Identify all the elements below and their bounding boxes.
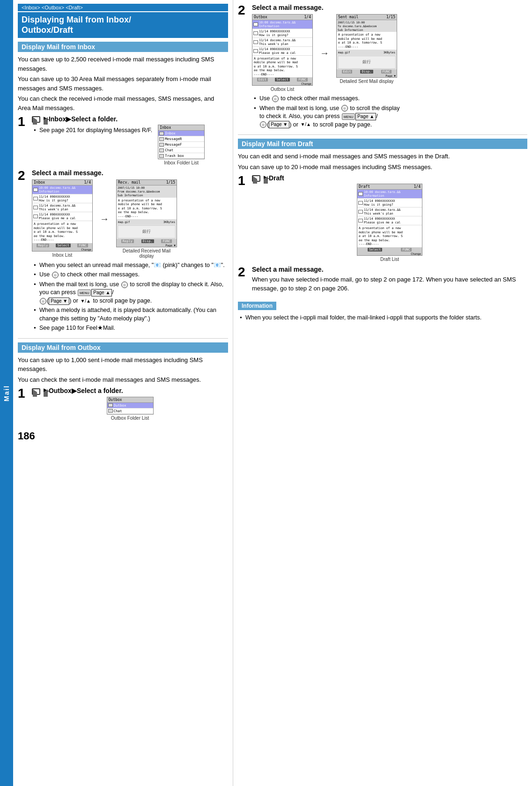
- divider1: [18, 338, 228, 339]
- inbox-list-header: Inbox1/4: [32, 180, 92, 185]
- step1-number: 1: [18, 115, 29, 128]
- select-btn3[interactable]: Select: [368, 248, 382, 252]
- inbox-detail-wrapper: Recv. mail1/15 2007/11/15 10:00 From doc…: [116, 179, 177, 258]
- outbox-step2-title: Select a mail message.: [252, 4, 527, 11]
- select-btn[interactable]: Select: [56, 244, 70, 247]
- inbox-folder-header: Inbox: [158, 125, 204, 131]
- outbox-step2: 2 Select a mail message. Outbox1/4 10:00…: [238, 4, 527, 131]
- page-number-area: 186: [18, 430, 228, 442]
- step2-content: Select a mail message. Inbox1/4 10:00 do…: [32, 169, 228, 334]
- inbox-folder-caption: Inbox Folder List: [164, 160, 199, 165]
- inbox-section-header: Display Mail from Inbox: [18, 42, 228, 52]
- circle-icon2: ○: [260, 121, 266, 128]
- outbox-body-text: You can save up to 1,000 sent i-mode mai…: [18, 356, 228, 385]
- select-btn2[interactable]: Select: [275, 78, 289, 82]
- sent-detail-caption: Detailed Sent Mail display: [340, 79, 393, 84]
- sent-detail-body: A presentation of a newmobile phone will…: [337, 32, 397, 50]
- circle-icon: ○: [40, 298, 46, 304]
- outbox-list-row1: 10:00 docomo.taro.ΔΔInformation: [252, 20, 312, 29]
- msg-icon: [33, 215, 38, 218]
- step2-number: 2: [18, 169, 29, 182]
- msg-icon: [358, 192, 363, 196]
- outbox-row-outbox: Outbox: [107, 403, 153, 408]
- outbox-step1-number: 1: [18, 387, 29, 400]
- func-btn[interactable]: FUNC: [77, 244, 88, 247]
- sent-detail-attachment: map.gif3KBytes: [337, 50, 397, 55]
- edit-btn2[interactable]: Edit: [342, 70, 353, 74]
- page-up-label: Page ▲: [91, 289, 112, 297]
- outbox-section-header: Display Mail from Outbox: [18, 342, 228, 353]
- sent-detail-footer: Edit Disp. FUNC: [337, 69, 397, 74]
- nav-icon: ○: [52, 272, 59, 278]
- outbox-list-row4: 11/14 090XXXXXXXXPlease give me a cal: [252, 47, 312, 56]
- step1-title: ▶Inbox▶Select a folder.: [32, 115, 228, 123]
- msg-icon: [358, 210, 363, 214]
- disp-btn2[interactable]: Disp.: [360, 70, 373, 74]
- mail-icon2: [32, 388, 40, 395]
- step1-content-row: See page 201 for displaying Messages R/F…: [32, 125, 228, 165]
- disp-btn[interactable]: Disp.: [141, 239, 154, 243]
- right-column: 2 Select a mail message. Outbox1/4 10:00…: [233, 0, 532, 786]
- draft-body-text: You can edit and send i-mode mail messag…: [238, 152, 527, 171]
- draft-step1-content: ▶Draft Draft1/4 10:00 docomo.taro.ΔΔInfo…: [252, 174, 527, 261]
- outbox-arrow: →: [320, 48, 329, 59]
- divider2: [238, 134, 527, 135]
- sent-detail-image: 銀行: [338, 56, 396, 69]
- inbox-list-row3: 11/14 docomo.taro.ΔΔThis week's plan: [32, 203, 92, 212]
- outbox-step2-bullets: Use ○ to check other mail messages. When…: [254, 95, 527, 129]
- arrow-to-detail: →: [100, 214, 109, 224]
- outbox-row-chat: Chat: [107, 408, 153, 414]
- step1-bullets: See page 201 for displaying Messages R/F…: [34, 126, 152, 135]
- func-btn4[interactable]: FUNC: [381, 70, 392, 74]
- inbox-detail-screen: Recv. mail1/15 2007/11/15 10:00 From doc…: [116, 179, 177, 247]
- main-title-line2: Outbox/Draft: [22, 25, 73, 35]
- msg-icon: [253, 22, 258, 26]
- reply-btn2[interactable]: Reply: [121, 239, 134, 243]
- inbox-detail-attachment: map.gif3KBytes: [117, 219, 177, 225]
- scroll-icon: ○: [121, 282, 128, 288]
- sidebar-label: Mail: [3, 385, 10, 401]
- outbox-page-bar: Change: [252, 82, 312, 85]
- draft-list-row1: 10:00 docomo.taro.ΔΔInformation: [357, 190, 422, 199]
- outbox-list-caption: Outbox List: [271, 87, 295, 92]
- inbox-list-wrapper: Inbox1/4 10:00 docomo.taro.ΔΔInformation…: [32, 179, 93, 257]
- mail-icon: [32, 116, 40, 123]
- draft-step2-body: When you have selected i-mode mail, go t…: [252, 275, 527, 293]
- sent-detail-info: 2007/11/15 10:00 To docomo.taro.ΔΔedocom…: [337, 20, 397, 32]
- inbox-detail-caption: Detailed Received Maildisplay: [123, 248, 170, 259]
- down-up-arrow: ▼/▲: [80, 298, 91, 304]
- bullet-scroll: When the mail text is long, use ○ to scr…: [34, 281, 228, 305]
- outbox-step2-content: Select a mail message. Outbox1/4 10:00 d…: [252, 4, 527, 131]
- folder-icon: [159, 154, 164, 158]
- inbox-row-chat: Chat: [158, 148, 204, 153]
- func-btn2[interactable]: FUNC: [161, 239, 172, 243]
- left-column: <Inbox> <Outbox> <Draft> Displaying Mail…: [13, 0, 233, 786]
- draft-step2-content: Select a mail message. When you have sel…: [252, 266, 527, 296]
- edit-btn[interactable]: Edit: [257, 78, 268, 82]
- inbox-detail-header: Recv. mail1/15: [117, 180, 177, 185]
- page-down-label2: Page ▼: [269, 121, 289, 128]
- inbox-folder-screen: Inbox Inbox MessageR: [158, 125, 205, 159]
- outbox-step1-title: ▶Outbox▶Select a folder.: [32, 387, 228, 394]
- page-up-label2: Page ▲: [355, 113, 376, 120]
- info-label: Information: [238, 302, 276, 310]
- outbox-step1: 1 ▶Outbox▶Select a folder. Outbox Outbox: [18, 387, 228, 420]
- inbox-step1: 1 ▶Inbox▶Select a folder. See page 201 f…: [18, 115, 228, 165]
- sent-detail-page-bar: Page ▼: [337, 74, 397, 77]
- msg-icon: [33, 206, 38, 209]
- reply-btn[interactable]: Reply: [37, 244, 49, 247]
- outbox-list-row3: 11/14 docomo.taro.ΔΔThis week's plan: [252, 38, 312, 47]
- func-btn5[interactable]: FUNC: [401, 248, 412, 252]
- draft-list-row4: 11/14 090XXXXXXXXPlease give me a cal: [357, 216, 422, 225]
- sent-detail-header: Sent mail1/15: [337, 15, 397, 20]
- func-btn3[interactable]: FUNC: [297, 78, 308, 82]
- inbox-folder-screen-wrapper: Inbox Inbox MessageR: [158, 125, 205, 165]
- draft-step1-title: ▶Draft: [252, 174, 527, 182]
- outbox-folder-wrapper: Outbox Outbox Chat Outbox Folder List: [32, 397, 228, 421]
- page-number: 186: [18, 430, 35, 442]
- inbox-list-row2: 11/14 090XXXXXXXXHow is it going?: [32, 194, 92, 203]
- folder-icon: [159, 143, 164, 147]
- step1-bullet-col: See page 201 for displaying Messages R/F…: [32, 125, 152, 137]
- outbox-list-screen: Outbox1/4 10:00 docomo.taro.ΔΔInformatio…: [252, 14, 313, 86]
- inbox-detail-footer: Reply Disp. FUNC: [117, 239, 177, 244]
